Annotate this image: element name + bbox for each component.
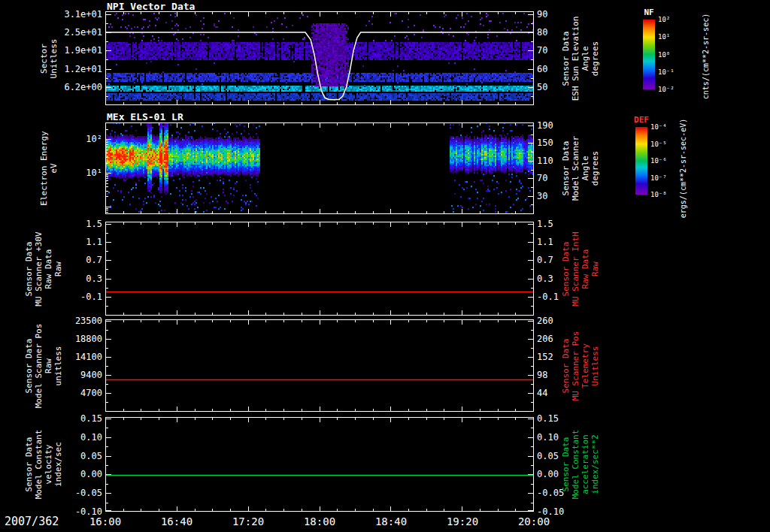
panel1-left-tick-label: 1.2e+01 [64, 64, 102, 74]
panel5-right-tick-label: 0.00 [537, 469, 559, 479]
x-axis-tick-label: 18:40 [375, 515, 407, 527]
panel1-right-axis-title-line: Sensor Data [561, 31, 571, 86]
panel3-right-axis-title-line: MU Scanner IntH [571, 231, 581, 306]
panel5-left-axis-title-line: index/sec [53, 442, 63, 487]
panel2-right-axis-title-line: Sensor Data [561, 141, 571, 196]
panel1-heatmap-canvas [105, 11, 534, 105]
panel3-left-tick-label: 0.3 [86, 274, 102, 284]
panel3-right-axis-title-line: Sensor Data [561, 241, 571, 296]
panel1-right-tick-label: 80 [537, 27, 547, 38]
panel4-left-tick-label: 14100 [75, 352, 102, 362]
panel2-left-axis-title-line: eV [49, 163, 59, 173]
nf-colorbar [643, 20, 655, 89]
panel4-line-canvas [105, 319, 534, 412]
panel2-right-axis-title-line: degrees [590, 151, 600, 186]
colorbar-nf-label: NF [644, 8, 653, 17]
panel4-right-tick-label: 260 [537, 316, 553, 326]
x-axis-tick-label: 18:00 [304, 515, 335, 527]
panel4-left-axis-title-line: Raw [44, 358, 53, 373]
panel1-left-tick-label: 6.2e+00 [64, 82, 102, 92]
panel2-left-axis-title-line: Electron Energy [39, 131, 49, 205]
panel3-left-tick-label: 1.5 [86, 219, 102, 229]
panel1-left-axis-title-line: Unitless [49, 38, 59, 78]
panel4-right-axis-title-line: Telemetry [581, 343, 590, 388]
def-colorbar [635, 127, 647, 195]
panel1-right-axis-title-line: Angle [581, 46, 590, 71]
panel3-left-tick-label: 1.1 [86, 237, 102, 247]
colorbar-nf-tick-label: 10¹ [658, 33, 670, 41]
colorbar-def-label: DEF [634, 115, 649, 125]
panel2-right-tick-label: 110 [537, 156, 553, 166]
panel1-right-tick-label: 50 [537, 82, 547, 92]
panel3-left-axis-title-line: Raw Data [44, 249, 53, 289]
x-axis-tick-label: 19:20 [447, 515, 478, 527]
panel3-right-axis-title-line: Raw Data [581, 249, 590, 289]
x-axis-tick-label: 16:40 [161, 515, 192, 527]
panel5-right-tick-label: 0.05 [537, 451, 559, 461]
panel5-line-canvas [105, 417, 534, 512]
panel2-right-axis-title-line: Angle [581, 156, 590, 180]
panel1-left-tick-label: 3.1e+01 [64, 9, 102, 20]
cdaweb-multi-panel-plot: NPI Vector Data MEx ELS-01 LR 2007/362 3… [0, 0, 770, 532]
colorbar-def-tick-label: 10⁻⁴ [650, 123, 667, 131]
panel2-right-tick-label: 70 [537, 173, 547, 183]
panel2-left-tick-label: 10² [86, 134, 102, 144]
panel2-right-tick-label: 190 [537, 120, 553, 131]
panel4-right-tick-label: 98 [537, 370, 547, 380]
panel4-right-tick-label: 44 [537, 388, 547, 398]
panel5-right-axis-title-line: Sensor Data [561, 437, 571, 492]
panel3-left-axis-title-line: Sensor Data [24, 241, 34, 296]
x-axis-tick-label: 16:00 [89, 515, 121, 527]
panel5-left-tick-label: 0.10 [80, 432, 102, 443]
panel4-left-tick-label: 4700 [80, 388, 102, 398]
panel3-left-axis-title-line: MU Scanner +30V [34, 231, 44, 306]
panel4-left-tick-label: 9400 [80, 370, 102, 380]
colorbar-nf-unit-label: cnts/(cm**2-sr-sec) [702, 14, 710, 99]
panel3-right-tick-label: 1.1 [537, 237, 553, 247]
panel5-right-tick-label: 0.10 [537, 432, 559, 443]
panel1-title: NPI Vector Data [107, 1, 195, 12]
colorbar-def-tick-label: 10⁻⁵ [650, 141, 667, 148]
panel5-right-axis-title-line: Model Constant [571, 430, 581, 500]
colorbar-nf-tick-label: 10⁰ [658, 51, 670, 59]
panel3-right-tick-label: 1.5 [537, 219, 553, 229]
colorbar-nf-tick-label: 10⁻¹ [658, 68, 675, 76]
panel5-left-axis-title-line: velocity [44, 445, 53, 485]
colorbar-def-tick-label: 10⁻⁷ [650, 174, 667, 182]
panel4-left-axis-title-line: Sensor Data [24, 338, 34, 393]
panel3-left-tick-label: 0.7 [86, 255, 102, 265]
x-axis-date-label: 2007/362 [5, 515, 59, 528]
panel3-line-canvas [105, 222, 534, 316]
panel2-title: MEx ELS-01 LR [107, 111, 183, 122]
colorbar-nf-tick-label: 10² [658, 16, 670, 23]
panel2-spectrogram-canvas [105, 122, 534, 214]
x-axis-tick-label: 20:00 [518, 515, 550, 527]
colorbar-nf-tick-label: 10⁻² [658, 86, 675, 93]
panel4-left-axis-title-line: unitless [53, 346, 63, 385]
panel4-right-tick-label: 152 [537, 352, 553, 362]
panel1-left-axis-title-line: Sector [39, 44, 49, 74]
panel2-right-tick-label: 30 [537, 191, 547, 201]
panel2-left-tick-label: 10¹ [86, 168, 102, 178]
panel2-right-axis-title-line: Model Scanner [571, 136, 581, 201]
panel5-right-axis-title-line: index/sec**2 [590, 434, 600, 494]
colorbar-def-unit-label: ergs/(cm**2-sr-sec-eV) [679, 119, 687, 218]
panel4-right-axis-title-line: MU Scanner Pos [571, 331, 581, 401]
panel5-right-axis-title-line: acceleration [581, 434, 590, 494]
panel5-right-tick-label: 0.15 [537, 413, 559, 424]
panel3-right-tick-label: 0.7 [537, 255, 553, 265]
panel1-left-tick-label: 2.5e+01 [64, 27, 102, 38]
panel1-right-tick-label: 90 [537, 9, 547, 20]
panel4-right-tick-label: 206 [537, 334, 553, 344]
panel4-right-axis-title-line: Sensor Data [561, 338, 571, 393]
panel4-left-axis-title-line: Model Scanner Pos [34, 323, 44, 408]
panel5-left-tick-label: -0.05 [75, 488, 102, 498]
panel1-right-axis-title-line: ESH Sun Elevation [571, 16, 581, 101]
panel4-left-tick-label: 23500 [75, 316, 102, 326]
panel4-right-axis-title-line: Unitless [590, 346, 600, 385]
panel5-left-tick-label: 0.15 [80, 413, 102, 424]
panel5-left-axis-title-line: Model Constant [34, 430, 44, 500]
panel2-right-tick-label: 150 [537, 138, 553, 148]
panel3-left-axis-title-line: Raw [53, 261, 63, 277]
panel1-right-tick-label: 70 [537, 45, 547, 56]
